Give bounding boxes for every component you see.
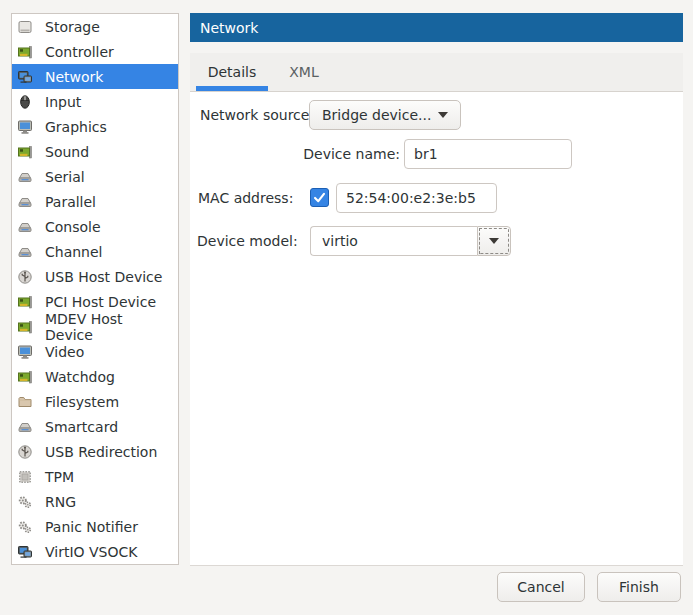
chevron-down-icon (489, 238, 499, 244)
channel-icon (17, 244, 33, 260)
device-type-list-items: StorageControllerNetworkInputGraphicsSou… (12, 14, 178, 564)
usb-host-device-icon (17, 269, 33, 285)
tpm-icon (17, 469, 33, 485)
panel-header: Network (190, 13, 683, 42)
sidebar-item-label: Video (45, 344, 84, 360)
device-model-value: virtio (322, 233, 358, 249)
add-hardware-dialog: StorageControllerNetworkInputGraphicsSou… (0, 0, 693, 615)
watchdog-icon (17, 369, 33, 385)
sidebar-item-video[interactable]: Video (12, 339, 178, 364)
console-icon (17, 219, 33, 235)
sidebar-item-label: Smartcard (45, 419, 118, 435)
input-icon (17, 94, 33, 110)
tab-bar: Details XML (190, 53, 683, 92)
mac-address-checkbox[interactable] (310, 188, 329, 207)
smartcard-icon (17, 419, 33, 435)
cancel-button[interactable]: Cancel (497, 572, 585, 602)
chevron-down-icon (438, 112, 448, 118)
device-model-entry[interactable]: virtio (310, 226, 477, 256)
sidebar-item-rng[interactable]: RNG (12, 489, 178, 514)
sidebar-item-storage[interactable]: Storage (12, 14, 178, 39)
sidebar-item-sound[interactable]: Sound (12, 139, 178, 164)
sidebar-item-panic-notifier[interactable]: Panic Notifier (12, 514, 178, 539)
sidebar-item-virtio-vsock[interactable]: VirtIO VSOCK (12, 539, 178, 564)
rng-icon (17, 494, 33, 510)
controller-icon (17, 44, 33, 60)
sidebar-item-label: Storage (45, 19, 100, 35)
pci-host-device-icon (17, 294, 33, 310)
mdev-host-device-icon (17, 319, 33, 335)
sidebar-item-input[interactable]: Input (12, 89, 178, 114)
page-title: Network (200, 20, 258, 36)
usb-redirection-icon (17, 444, 33, 460)
cancel-button-label: Cancel (517, 579, 564, 595)
device-model-dropdown-button[interactable] (477, 226, 511, 256)
sidebar-item-label: PCI Host Device (45, 294, 156, 310)
sidebar-item-label: Input (45, 94, 81, 110)
tab-details[interactable]: Details (196, 53, 268, 91)
details-tab-content: Network source: Bridge device... Device … (190, 92, 683, 566)
sidebar-item-label: Network (45, 69, 103, 85)
sidebar-item-label: VirtIO VSOCK (45, 544, 137, 560)
serial-icon (17, 169, 33, 185)
finish-button-label: Finish (619, 579, 659, 595)
sidebar-item-label: MDEV Host Device (45, 311, 174, 343)
sound-icon (17, 144, 33, 160)
sidebar-item-label: Channel (45, 244, 102, 260)
device-type-list: StorageControllerNetworkInputGraphicsSou… (11, 13, 179, 565)
sidebar-item-label: Graphics (45, 119, 107, 135)
sidebar-item-label: Controller (45, 44, 114, 60)
sidebar-item-parallel[interactable]: Parallel (12, 189, 178, 214)
network-source-dropdown[interactable]: Bridge device... (309, 100, 461, 130)
sidebar-item-controller[interactable]: Controller (12, 39, 178, 64)
mac-address-input[interactable] (336, 183, 497, 213)
device-model-combobox: virtio (310, 226, 511, 256)
virtio-vsock-icon (17, 544, 33, 560)
sidebar-item-label: RNG (45, 494, 76, 510)
sidebar-item-watchdog[interactable]: Watchdog (12, 364, 178, 389)
sidebar-item-label: Parallel (45, 194, 96, 210)
sidebar-item-serial[interactable]: Serial (12, 164, 178, 189)
panic-notifier-icon (17, 519, 33, 535)
sidebar-item-label: Serial (45, 169, 85, 185)
sidebar-item-filesystem[interactable]: Filesystem (12, 389, 178, 414)
network-source-value: Bridge device... (322, 107, 431, 123)
tab-xml-label: XML (289, 64, 318, 80)
sidebar-item-label: Console (45, 219, 101, 235)
mac-address-label: MAC address: (198, 183, 293, 213)
network-source-label: Network source: (200, 100, 314, 130)
device-model-label: Device model: (197, 226, 298, 256)
tab-details-label: Details (208, 64, 257, 80)
sidebar-item-console[interactable]: Console (12, 214, 178, 239)
sidebar-item-label: Watchdog (45, 369, 115, 385)
sidebar-item-network[interactable]: Network (12, 64, 178, 89)
device-name-input[interactable] (404, 139, 572, 169)
video-icon (17, 344, 33, 360)
network-icon (17, 69, 33, 85)
sidebar-item-label: Filesystem (45, 394, 119, 410)
sidebar-item-usb-host-device[interactable]: USB Host Device (12, 264, 178, 289)
sidebar-item-label: USB Redirection (45, 444, 157, 460)
filesystem-icon (17, 394, 33, 410)
parallel-icon (17, 194, 33, 210)
storage-icon (17, 19, 33, 35)
sidebar-item-label: USB Host Device (45, 269, 162, 285)
sidebar-item-label: Sound (45, 144, 89, 160)
sidebar-item-channel[interactable]: Channel (12, 239, 178, 264)
device-name-label: Device name: (190, 139, 400, 169)
graphics-icon (17, 119, 33, 135)
sidebar-item-mdev-host-device[interactable]: MDEV Host Device (12, 314, 178, 339)
sidebar-item-label: TPM (45, 469, 74, 485)
sidebar-item-usb-redirection[interactable]: USB Redirection (12, 439, 178, 464)
tab-xml[interactable]: XML (268, 53, 340, 91)
sidebar-item-label: Panic Notifier (45, 519, 138, 535)
sidebar-item-graphics[interactable]: Graphics (12, 114, 178, 139)
sidebar-item-smartcard[interactable]: Smartcard (12, 414, 178, 439)
sidebar-item-tpm[interactable]: TPM (12, 464, 178, 489)
finish-button[interactable]: Finish (597, 572, 681, 602)
checkmark-icon (313, 191, 326, 204)
device-config-pane: Network Details XML Network source: Brid… (190, 13, 683, 566)
